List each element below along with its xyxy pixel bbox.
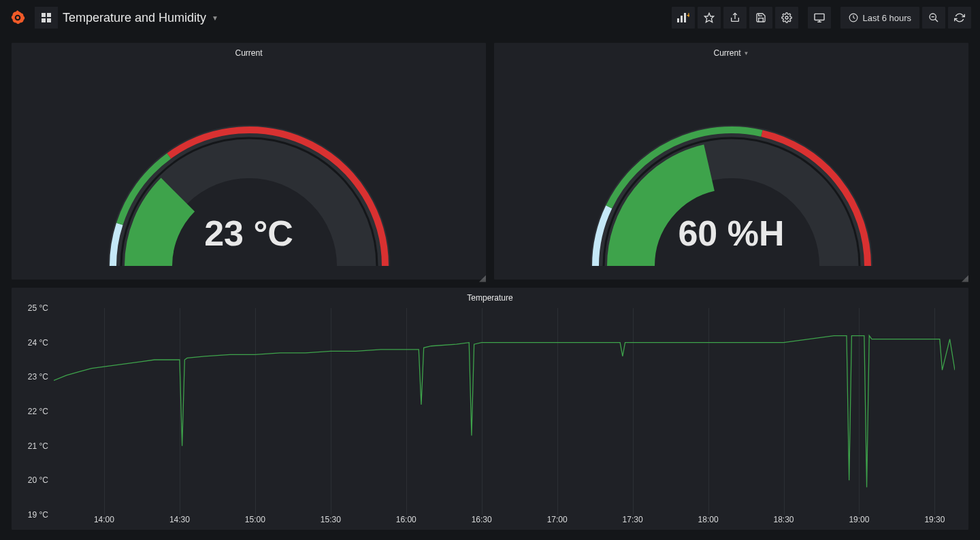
y-tick: 21 °C <box>28 441 48 451</box>
y-tick: 25 °C <box>28 303 48 313</box>
resize-handle[interactable]: ◢ <box>479 273 485 278</box>
svg-rect-8 <box>684 13 686 22</box>
svg-rect-12 <box>815 14 824 20</box>
svg-rect-3 <box>47 13 51 17</box>
panel-title[interactable]: Current ▼ <box>494 43 968 63</box>
share-button[interactable] <box>723 6 747 29</box>
svg-line-17 <box>935 19 938 22</box>
temperature-chart: 19 °C20 °C21 °C22 °C23 °C24 °C25 °C 14:0… <box>54 308 955 527</box>
svg-rect-6 <box>677 18 679 22</box>
y-tick: 20 °C <box>28 475 48 485</box>
zoom-out-button[interactable] <box>921 6 946 29</box>
save-button[interactable] <box>749 6 773 29</box>
x-tick: 14:00 <box>94 515 114 524</box>
temperature-gauge-value: 23 °C <box>12 213 486 254</box>
x-tick: 15:30 <box>321 515 341 524</box>
temperature-gauge-panel[interactable]: Current 23 °C ◢ <box>11 42 487 280</box>
panel-grid: Current 23 °C ◢ Current ▼ 60 %H ◢ Temper… <box>0 35 980 537</box>
y-tick: 19 °C <box>28 510 48 520</box>
chevron-down-icon: ▼ <box>212 14 218 22</box>
panel-title[interactable]: Temperature <box>12 288 968 308</box>
top-toolbar: Temperature and Humidity ▼ + Last 6 hour… <box>0 0 980 35</box>
cycle-view-button[interactable] <box>807 6 832 29</box>
panel-title[interactable]: Current <box>12 43 486 63</box>
svg-text:+: + <box>687 13 689 19</box>
x-tick: 19:00 <box>849 515 869 524</box>
y-tick: 23 °C <box>28 372 48 382</box>
x-tick: 17:30 <box>623 515 643 524</box>
toolbar-right: + <box>671 6 799 29</box>
y-tick: 24 °C <box>28 338 48 348</box>
y-tick: 22 °C <box>28 407 48 416</box>
toolbar-time: Last 6 hours <box>840 6 972 29</box>
dashboard-title-dropdown[interactable]: Temperature and Humidity ▼ <box>63 11 218 25</box>
time-range-button[interactable]: Last 6 hours <box>840 6 920 29</box>
resize-handle[interactable]: ◢ <box>962 273 967 278</box>
x-tick: 18:30 <box>773 515 794 524</box>
humidity-gauge-value: 60 %H <box>494 213 968 254</box>
grafana-logo[interactable] <box>8 8 27 27</box>
x-tick: 16:00 <box>396 515 416 524</box>
toolbar-view <box>807 6 832 29</box>
add-panel-button[interactable]: + <box>671 6 696 29</box>
x-tick: 19:30 <box>924 515 945 524</box>
dashboard-title-text: Temperature and Humidity <box>63 11 206 25</box>
svg-rect-5 <box>47 18 51 22</box>
svg-rect-4 <box>42 18 46 22</box>
settings-button[interactable] <box>774 6 799 29</box>
svg-point-1 <box>16 16 19 19</box>
x-tick: 14:30 <box>169 515 190 524</box>
x-tick: 15:00 <box>245 515 265 524</box>
svg-rect-7 <box>681 16 683 22</box>
refresh-button[interactable] <box>947 6 972 29</box>
temperature-chart-panel[interactable]: Temperature 19 °C20 °C21 °C22 °C23 °C24 … <box>11 287 969 530</box>
x-tick: 18:00 <box>698 515 719 524</box>
star-button[interactable] <box>697 6 721 29</box>
x-tick: 17:00 <box>547 515 568 524</box>
svg-rect-2 <box>42 13 46 17</box>
chevron-down-icon: ▼ <box>744 50 749 56</box>
dashboards-icon[interactable] <box>34 6 59 29</box>
humidity-gauge-panel[interactable]: Current ▼ 60 %H ◢ <box>493 42 969 280</box>
svg-point-11 <box>785 16 788 19</box>
time-range-label: Last 6 hours <box>862 13 911 23</box>
x-tick: 16:30 <box>472 515 492 524</box>
svg-marker-10 <box>705 13 714 22</box>
